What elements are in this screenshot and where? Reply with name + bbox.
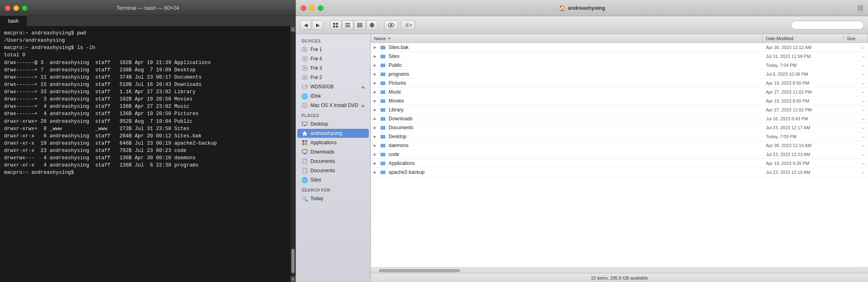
sidebar-item-today[interactable]: 🔍 Today [297, 194, 369, 203]
file-row[interactable]: ▶ Public Today, 7:04 PM -- [371, 61, 868, 70]
scroll-up-arrow[interactable]: ▲ [291, 26, 295, 32]
expand-arrow[interactable]: ▶ [371, 99, 379, 103]
file-row[interactable]: ▶ Music Apr 27, 2023 11:02 PM -- [371, 88, 868, 96]
file-date: Jul 23, 2023 12:19 AM [763, 170, 844, 175]
maximize-button[interactable] [22, 5, 28, 11]
file-row[interactable]: ▶ Sites Jul 31, 2023 11:58 PM -- [371, 52, 868, 61]
finder-file-list: ▶ Sites.bak Apr 20, 2023 12:12 AM -- ▶ S… [371, 43, 868, 267]
scroll-thumb[interactable] [291, 249, 295, 273]
file-icon [379, 161, 387, 166]
expand-arrow[interactable]: ▶ [371, 126, 379, 130]
sidebar-item-desktop[interactable]: Desktop [297, 120, 369, 128]
nav-button-group: ◀ ▶ [300, 20, 323, 30]
harddrive-icon [301, 83, 308, 90]
terminal-tab-bash[interactable]: bash [0, 16, 27, 26]
sidebar-item-applications[interactable]: Applications [297, 138, 369, 147]
expand-arrow[interactable]: ▶ [371, 90, 379, 94]
file-name: Sites [387, 53, 763, 59]
view-column-button[interactable] [354, 20, 366, 30]
sidebar-item-wd500[interactable]: WD500GB ⏏ [297, 82, 369, 91]
terminal-panel: Terminal — bash — 80×24 bash macpro:~ an… [0, 0, 296, 282]
file-row[interactable]: ▶ daemons Apr 30, 2023 12:10 AM -- [371, 141, 868, 150]
quick-look-button[interactable] [384, 20, 398, 30]
finder-maximize-button[interactable] [318, 5, 323, 11]
action-button[interactable]: ▾ [401, 20, 415, 30]
finder-minimize-button[interactable] [309, 5, 315, 11]
minimize-button[interactable] [13, 5, 19, 11]
expand-arrow[interactable]: ▶ [371, 143, 379, 147]
finder-sidebar: DEVICES Frø 1 Frø 4 Frø 3 [296, 34, 371, 282]
svg-rect-50 [381, 108, 383, 109]
view-coverflow-button[interactable] [366, 20, 378, 30]
svg-rect-30 [302, 140, 304, 142]
finder-titlebar: 🏠 andreashysing [296, 0, 868, 16]
sidebar-item-downloads[interactable]: Downloads [297, 147, 369, 156]
sidebar-item-andreashysing[interactable]: andreashysing [297, 129, 369, 138]
svg-point-19 [304, 58, 306, 60]
date-column-header[interactable]: Date Modified [763, 34, 844, 43]
svg-rect-29 [304, 125, 306, 126]
view-list-button[interactable] [342, 20, 353, 30]
expand-arrow[interactable]: ▶ [371, 72, 379, 76]
sidebar-item-idisk[interactable]: 🌐 iDisk [297, 92, 369, 100]
file-size: -- [844, 143, 868, 148]
sidebar-item-fro3[interactable]: Frø 3 [297, 64, 369, 73]
expand-arrow[interactable]: ▶ [371, 81, 379, 85]
sidebar-item-documents1[interactable]: Documents [297, 157, 369, 166]
file-date: Apr 27, 2023 11:02 PM [763, 107, 844, 112]
file-row[interactable]: ▶ Library Apr 27, 2023 11:02 PM -- [371, 105, 868, 114]
file-row[interactable]: ▶ Desktop Today, 7:09 PM -- [371, 132, 868, 141]
terminal-content[interactable]: macpro:~ andreashysing$ pwd /Users/andre… [0, 26, 291, 282]
expand-arrow[interactable]: ▶ [371, 152, 379, 156]
file-row[interactable]: ▶ Applications Apr 19, 2023 9:39 PM -- [371, 159, 868, 168]
close-button[interactable] [5, 5, 11, 11]
file-row[interactable]: ▶ Pictures Apr 19, 2023 8:50 PM -- [371, 79, 868, 88]
horizontal-scrollbar[interactable] [371, 267, 868, 273]
scroll-down-arrow[interactable]: ▼ [291, 276, 295, 282]
sidebar-item-fro4[interactable]: Frø 4 [297, 54, 369, 63]
svg-rect-40 [381, 64, 383, 64]
expand-arrow[interactable]: ▶ [371, 54, 379, 58]
scroll-thumb-h[interactable] [379, 269, 460, 272]
disk-icon [301, 46, 308, 53]
sidebar-item-sites[interactable]: 🌐 Sites [297, 175, 369, 184]
forward-button[interactable]: ▶ [312, 20, 323, 30]
expand-arrow[interactable]: ▶ [371, 108, 379, 112]
file-icon [379, 143, 387, 148]
eject-icon-macosx[interactable]: ⏏ [361, 103, 365, 108]
view-icon-button[interactable] [330, 20, 341, 30]
file-row[interactable]: ▶ code Jul 23, 2023 12:23 AM -- [371, 150, 868, 159]
file-row[interactable]: ▶ apache2-backup Jul 23, 2023 12:19 AM -… [371, 168, 868, 177]
sidebar-item-documents2[interactable]: Documents [297, 166, 369, 175]
sidebar-item-fro2[interactable]: Frø 2 [297, 73, 369, 82]
name-column-header[interactable]: Name ▼ [371, 34, 763, 43]
svg-rect-10 [370, 24, 371, 27]
svg-rect-34 [302, 150, 307, 153]
search-input[interactable] [791, 21, 864, 30]
size-column-header[interactable]: Size [844, 34, 868, 43]
devices-section-header: DEVICES [296, 36, 370, 45]
file-row[interactable]: ▶ Downloads Jul 16, 2023 8:43 PM -- [371, 114, 868, 123]
svg-rect-62 [381, 162, 383, 162]
file-row[interactable]: ▶ Documents Jul 23, 2023 12:17 AM -- [371, 123, 868, 132]
svg-point-23 [304, 77, 306, 78]
finder-statusbar: 15 items, 205.9 GB available [371, 273, 868, 282]
back-button[interactable]: ◀ [300, 20, 311, 30]
file-row[interactable]: ▶ Sites.bak Apr 20, 2023 12:12 AM -- [371, 43, 868, 52]
eject-icon-wd500[interactable]: ⏏ [361, 85, 365, 89]
expand-arrow[interactable]: ▶ [371, 161, 379, 165]
file-row[interactable]: ▶ programs Jul 6, 2023 10:38 PM -- [371, 70, 868, 79]
sidebar-item-fro1[interactable]: Frø 1 [297, 45, 369, 54]
expand-arrow[interactable]: ▶ [371, 63, 379, 67]
expand-arrow[interactable]: ▶ [371, 117, 379, 121]
documents-icon2 [301, 167, 308, 174]
finder-close-button[interactable] [301, 5, 306, 11]
file-date: Jul 16, 2023 8:43 PM [763, 116, 844, 121]
sidebar-item-macosx[interactable]: Mac OS X Install DVD ⏏ [297, 101, 369, 110]
finder-resize-button[interactable] [857, 5, 863, 11]
finder-title-text: andreashysing [568, 5, 605, 11]
expand-arrow[interactable]: ▶ [371, 45, 379, 49]
expand-arrow[interactable]: ▶ [371, 135, 379, 139]
expand-arrow[interactable]: ▶ [371, 170, 379, 174]
file-row[interactable]: ▶ Movies Apr 19, 2023 8:50 PM -- [371, 96, 868, 105]
